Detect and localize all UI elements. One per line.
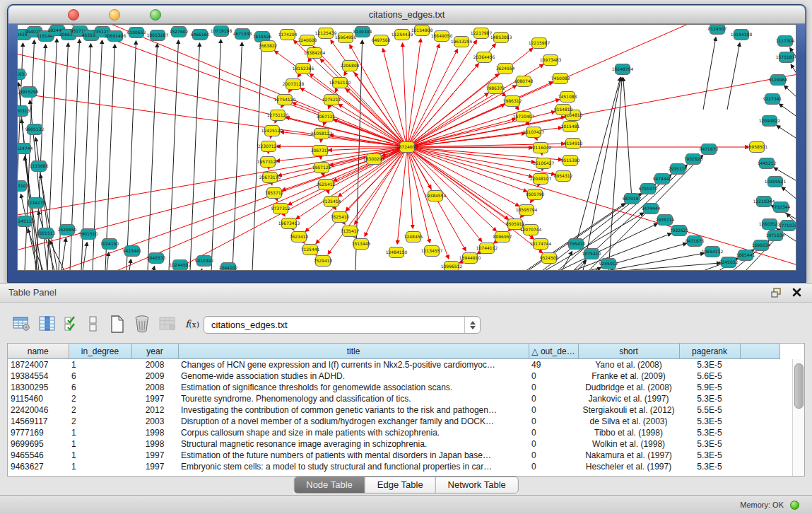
column-header-out_de…[interactable]: △ out_de… (529, 344, 578, 359)
table-row[interactable]: 946362711997Embryonic stem cells: a mode… (8, 461, 779, 472)
table-settings-icon[interactable] (11, 313, 33, 334)
svg-text:12093822: 12093822 (759, 118, 781, 123)
svg-text:10244502: 10244502 (170, 262, 192, 267)
cell-title: Tourette syndrome. Phenomenology and cla… (178, 393, 529, 404)
cell-in_degree: 1 (69, 450, 131, 461)
tab-edge-table[interactable]: Edge Table (365, 477, 435, 493)
svg-text:12217987: 12217987 (471, 30, 493, 35)
svg-text:1513445: 1513445 (352, 241, 371, 246)
svg-text:7710344: 7710344 (772, 204, 791, 209)
svg-text:12751120: 12751120 (267, 112, 289, 117)
svg-text:1174204: 1174204 (278, 32, 298, 37)
column-header-title[interactable]: title (178, 344, 529, 359)
network-window[interactable]: citations_edges.txt 20435579940281115144… (7, 4, 806, 283)
svg-text:15720407: 15720407 (513, 114, 535, 119)
cell-out_de…: 0 (529, 427, 578, 438)
network-canvas[interactable]: 2043557994028111514438024467206613395171… (17, 24, 796, 271)
row-select-icon[interactable] (62, 313, 81, 334)
column-header-in_degree[interactable]: in_degree (69, 344, 131, 359)
column-header-name[interactable]: name (8, 344, 69, 359)
cell-filler (740, 404, 779, 416)
svg-text:12116042: 12116042 (530, 145, 552, 150)
cell-pagerank: 5.5E-5 (679, 404, 740, 416)
table-panel: Table Panel (0, 283, 812, 514)
cell-short: Wolkin et al. (1998) (578, 438, 679, 450)
cell-name: 14569117 (8, 416, 69, 427)
table-selector-dropdown[interactable]: citations_edges.txt (204, 316, 481, 334)
svg-text:19613255: 19613255 (451, 39, 473, 44)
column-header-year[interactable]: year (131, 344, 178, 359)
svg-text:15751874: 15751874 (776, 54, 796, 59)
cell-in_degree: 1 (69, 461, 131, 472)
row-height-icon[interactable] (85, 313, 102, 334)
svg-text:8153107: 8153107 (18, 183, 29, 188)
cell-title: Embryonic stem cells: a model to study s… (178, 461, 529, 472)
new-document-icon[interactable] (106, 313, 127, 334)
table-row[interactable]: 969969511998Structural magnetic resonanc… (8, 438, 779, 450)
cell-year: 1998 (131, 427, 178, 438)
svg-text:1117304: 1117304 (776, 38, 795, 43)
table-row[interactable]: 911546021997Tourette syndrome. Phenomeno… (8, 393, 779, 404)
svg-text:7986372: 7986372 (486, 86, 505, 90)
svg-text:1080748: 1080748 (514, 78, 534, 83)
svg-text:7625412: 7625412 (317, 182, 336, 187)
tab-node-table[interactable]: Node Table (294, 477, 365, 493)
cell-filler (740, 370, 779, 382)
function-icon[interactable]: f(x) (181, 313, 204, 334)
svg-text:21058123: 21058123 (311, 131, 333, 136)
svg-text:18724007: 18724007 (396, 144, 418, 149)
cell-title: Estimation of the future numbers of pati… (178, 450, 529, 461)
close-panel-icon[interactable] (792, 287, 802, 298)
column-chooser-icon[interactable] (37, 313, 58, 334)
svg-text:7623413: 7623413 (290, 234, 309, 239)
cell-out_de…: 0 (529, 393, 578, 404)
table-scrollbar-thumb[interactable] (794, 363, 804, 409)
svg-text:10154908: 10154908 (411, 28, 433, 33)
svg-text:1065441: 1065441 (736, 252, 755, 257)
svg-text:2044102: 2044102 (219, 265, 238, 270)
cell-out_de…: 0 (529, 416, 578, 427)
table-row[interactable]: 1456911722003Disruption of a novel membe… (8, 416, 779, 427)
column-header-filler (740, 344, 779, 359)
svg-text:9915298: 9915298 (20, 89, 39, 94)
svg-text:4275211: 4275211 (322, 97, 341, 102)
table-row[interactable]: 977716911998Corpus callosum shape and si… (8, 427, 779, 438)
svg-text:19573120: 19573120 (257, 159, 279, 164)
table-panel-header: Table Panel (0, 284, 812, 303)
svg-text:12425120: 12425120 (261, 128, 283, 133)
svg-text:7615526: 7615526 (253, 34, 272, 39)
cell-title: Corpus callosum shape and size in male p… (178, 427, 529, 438)
table-scrollbar[interactable] (792, 359, 804, 476)
svg-text:2626650: 2626650 (18, 71, 28, 76)
citation-network-graph[interactable]: 2043557994028111514438024467206613395171… (18, 25, 796, 271)
cell-name: 9777169 (8, 427, 69, 438)
table-tab-switcher: Node TableEdge TableNetwork Table (293, 477, 519, 493)
svg-text:9245012: 9245012 (599, 261, 618, 266)
svg-text:9524502: 9524502 (540, 255, 559, 260)
trash-icon[interactable] (131, 313, 153, 334)
cell-out_de…: 0 (529, 404, 578, 416)
float-panel-icon[interactable] (771, 288, 782, 298)
svg-text:10154108: 10154108 (731, 32, 753, 37)
table-row[interactable]: 1938455462009Genome-wide association stu… (8, 370, 779, 382)
cell-out_de…: 0 (529, 370, 578, 382)
svg-text:3067121: 3067121 (317, 114, 336, 119)
cell-in_degree: 6 (69, 382, 131, 393)
column-header-short[interactable]: short (578, 344, 679, 359)
svg-text:9423441: 9423441 (123, 248, 142, 253)
tab-network-table[interactable]: Network Table (435, 477, 518, 493)
svg-text:9905132: 9905132 (25, 127, 45, 132)
svg-text:22048107: 22048107 (530, 176, 552, 181)
table-row[interactable]: 2242004622012Investigating the contribut… (8, 404, 779, 416)
cell-pagerank: 5.6E-5 (679, 370, 740, 382)
column-header-pagerank[interactable]: pagerank (679, 344, 740, 359)
window-titlebar[interactable]: citations_edges.txt (8, 6, 805, 24)
svg-text:5501513: 5501513 (37, 230, 56, 235)
table-row[interactable]: 1872400712008Changes of HCN gene express… (8, 359, 779, 371)
table-row[interactable]: 946554611997Estimation of the future num… (8, 450, 779, 461)
svg-text:9515390: 9515390 (561, 158, 580, 163)
table-row[interactable]: 1830029562008Estimation of significance … (8, 382, 779, 393)
cell-in_degree: 1 (69, 438, 131, 450)
svg-text:2130313: 2130313 (18, 108, 30, 113)
svg-text:10654112: 10654112 (702, 249, 724, 254)
